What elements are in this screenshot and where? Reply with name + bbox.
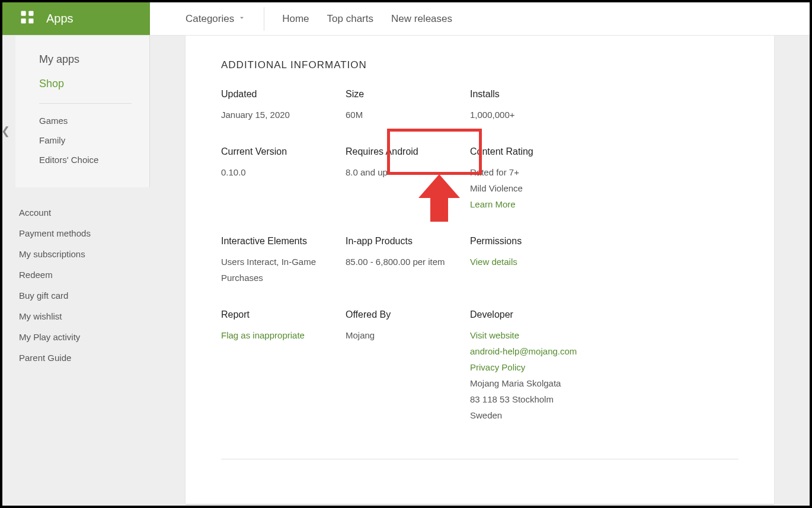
info-report: Report Flag as inappropriate xyxy=(221,309,346,423)
info-version: Current Version 0.10.0 xyxy=(221,146,346,212)
sidebar-section-apps: My apps Shop Games Family Editors' Choic… xyxy=(15,36,150,187)
svg-rect-1 xyxy=(28,11,33,16)
permissions-link[interactable]: View details xyxy=(470,257,517,267)
annotation-arrow-icon xyxy=(418,174,460,222)
svg-rect-3 xyxy=(28,18,33,23)
info-installs: Installs 1,000,000+ xyxy=(470,89,612,123)
apps-icon xyxy=(19,9,36,28)
sidebar-account[interactable]: Account xyxy=(19,202,150,223)
sidebar-payment[interactable]: Payment methods xyxy=(19,223,150,244)
sidebar-subs[interactable]: My subscriptions xyxy=(19,244,150,264)
categories-menu[interactable]: Categories xyxy=(186,7,264,31)
brand-label: Apps xyxy=(46,12,73,25)
divider xyxy=(221,459,739,459)
info-interactive: Interactive Elements Users Interact, In-… xyxy=(221,236,346,286)
info-updated: Updated January 15, 2020 xyxy=(221,89,346,123)
divider xyxy=(39,103,132,104)
topnav: Categories Home Top charts New releases xyxy=(150,2,452,35)
brand[interactable]: Apps xyxy=(2,2,150,35)
sidebar-gift[interactable]: Buy gift card xyxy=(19,285,150,306)
chevron-left-icon[interactable]: ❮ xyxy=(1,124,10,138)
nav-home[interactable]: Home xyxy=(282,13,309,25)
info-inapp: In-app Products 85.00 - 6,800.00 per ite… xyxy=(346,236,470,286)
sidebar-shop[interactable]: Shop xyxy=(39,72,149,96)
sidebar: ❮ My apps Shop Games Family Editors' Cho… xyxy=(2,36,150,506)
svg-rect-0 xyxy=(21,11,26,16)
sidebar-games[interactable]: Games xyxy=(39,111,149,130)
info-developer: Developer Visit website android-help@moj… xyxy=(470,309,612,423)
topbar: Apps Categories Home Top charts New rele… xyxy=(2,2,810,36)
info-offered: Offered By Mojang xyxy=(346,309,470,423)
svg-rect-2 xyxy=(21,18,26,23)
sidebar-wishlist[interactable]: My wishlist xyxy=(19,306,150,327)
info-size: Size 60M xyxy=(346,89,470,123)
sidebar-myapps[interactable]: My apps xyxy=(39,47,149,72)
nav-newreleases[interactable]: New releases xyxy=(391,13,452,25)
sidebar-editors[interactable]: Editors' Choice xyxy=(39,150,149,170)
sidebar-parent[interactable]: Parent Guide xyxy=(19,347,150,368)
annotation-highlight xyxy=(387,129,482,175)
nav-topcharts[interactable]: Top charts xyxy=(327,13,373,25)
sidebar-activity[interactable]: My Play activity xyxy=(19,327,150,347)
dev-website-link[interactable]: Visit website xyxy=(470,330,519,340)
section-title: ADDITIONAL INFORMATION xyxy=(221,59,739,71)
sidebar-section-account: Account Payment methods My subscriptions… xyxy=(2,187,150,368)
sidebar-family[interactable]: Family xyxy=(39,130,149,150)
info-permissions: Permissions View details xyxy=(470,236,612,286)
content-rating-link[interactable]: Learn More xyxy=(470,199,516,209)
dev-privacy-link[interactable]: Privacy Policy xyxy=(470,362,525,372)
chevron-down-icon xyxy=(238,13,246,25)
sidebar-redeem[interactable]: Redeem xyxy=(19,264,150,285)
dev-email-link[interactable]: android-help@mojang.com xyxy=(470,346,577,356)
content-area: ADDITIONAL INFORMATION Updated January 1… xyxy=(150,36,810,506)
report-link[interactable]: Flag as inappropriate xyxy=(221,330,305,340)
svg-marker-4 xyxy=(418,174,460,222)
info-rating: Content Rating Rated for 7+ Mild Violenc… xyxy=(470,146,612,212)
details-card: ADDITIONAL INFORMATION Updated January 1… xyxy=(186,36,774,504)
